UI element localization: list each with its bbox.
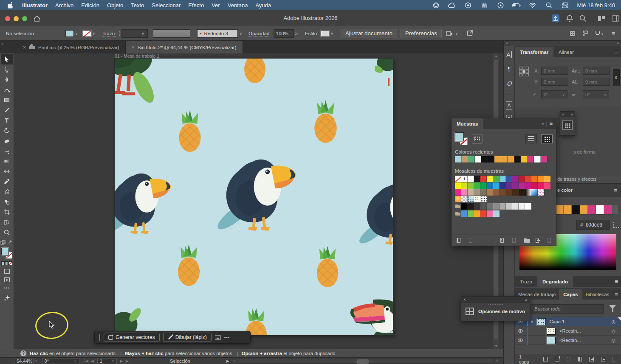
color-guide-menu-icon[interactable]: ≡ (614, 187, 617, 193)
stroke-field-chevron-icon[interactable]: ∨ (140, 31, 146, 36)
fill-stroke-indicator[interactable] (1, 248, 12, 259)
green-bird-graphic-topright[interactable] (375, 59, 393, 81)
swatch[interactable] (487, 182, 493, 189)
docsetup-chevron-icon[interactable]: ∨ (454, 31, 460, 36)
swatch[interactable] (475, 156, 482, 162)
snap-chevron-icon[interactable]: ∨ (600, 31, 605, 36)
color-guide-swatch-row[interactable] (548, 205, 612, 214)
tab-close-icon[interactable]: × (23, 45, 26, 50)
swatch-row[interactable] (455, 210, 553, 217)
swatch[interactable] (521, 156, 528, 162)
battery-icon[interactable] (512, 2, 521, 8)
smart-guides-icon[interactable] (583, 31, 588, 36)
rotate-tool[interactable] (1, 126, 13, 136)
swatch[interactable] (500, 189, 506, 196)
menubar-clock[interactable]: Mié 18 feb 9:40 (577, 2, 615, 8)
new-layer-icon[interactable] (601, 357, 606, 361)
filter-icon[interactable] (609, 305, 616, 309)
menu-ayuda[interactable]: Ayuda (255, 2, 271, 8)
mini-close-icon[interactable]: × (562, 112, 564, 117)
swatch-row[interactable] (455, 203, 553, 210)
blend-tool[interactable] (1, 187, 13, 197)
mini-panel-button[interactable] (562, 120, 573, 130)
layer-thumbnail[interactable] (547, 337, 556, 344)
swatch[interactable] (534, 156, 541, 162)
swatch[interactable] (531, 182, 538, 189)
menu-objeto[interactable]: Objeto (107, 2, 123, 8)
brush-chevron-icon[interactable]: ∨ (238, 31, 243, 36)
swatch[interactable] (494, 156, 501, 162)
stroke-weight-label[interactable]: Trazo: (102, 31, 116, 36)
draw-mode-button[interactable] (4, 269, 10, 274)
generative-tool[interactable] (1, 293, 13, 303)
tab-alinear[interactable]: Alinear (553, 47, 579, 57)
reference-image-icon[interactable] (215, 335, 221, 340)
paintbrush-tool[interactable] (1, 105, 13, 115)
status-tool-name[interactable]: Selección (170, 358, 190, 364)
width-profile-dropdown[interactable] (153, 29, 190, 38)
swatch[interactable] (500, 182, 506, 189)
character-panel-icon[interactable]: A (506, 51, 511, 58)
collapse-left-icon[interactable]: « (506, 41, 508, 45)
layer-name[interactable]: <Rectán... (559, 328, 581, 333)
swatch-libraries-icon[interactable] (457, 238, 460, 243)
pattern-options-collapse-icon[interactable]: » (525, 297, 528, 302)
layer-thumbnail[interactable] (547, 328, 556, 335)
share-icon[interactable] (551, 14, 560, 22)
target-circle-icon[interactable]: ◎ (611, 328, 615, 334)
swatch[interactable] (500, 203, 506, 210)
swatch-row[interactable]: + (455, 176, 553, 182)
width-field[interactable]: 0 mm (583, 67, 610, 75)
swatch[interactable] (500, 176, 506, 182)
swatch[interactable] (493, 210, 500, 217)
toucan-graphic-center[interactable] (212, 154, 299, 232)
color-picker-icon[interactable] (613, 222, 619, 228)
fill-swatch[interactable] (455, 132, 464, 141)
new-color-group-icon[interactable] (524, 238, 527, 243)
swatch[interactable] (468, 182, 474, 189)
swatch[interactable] (493, 203, 500, 210)
swatch[interactable] (461, 203, 468, 210)
swatch[interactable] (541, 156, 548, 162)
status-expand-icon[interactable]: ▶ (226, 359, 229, 363)
swatch[interactable] (455, 210, 461, 217)
swatch[interactable] (480, 182, 487, 189)
menu-app-name[interactable]: Illustrator (22, 2, 48, 8)
swatch-row[interactable] (455, 182, 553, 189)
new-sublayer-icon[interactable] (589, 357, 594, 361)
swatch[interactable] (493, 189, 500, 196)
swatch[interactable] (531, 189, 538, 196)
swatch[interactable] (525, 176, 531, 182)
stroke-down-icon[interactable]: ∨ (119, 34, 121, 36)
swatch[interactable] (455, 182, 461, 189)
canvas-area[interactable]: 01 - Mesa de trabajo 1 ▲ ▼ Gen (14, 53, 500, 349)
swatch[interactable] (474, 196, 480, 202)
next-artboard-icon[interactable]: ▶ (120, 359, 123, 363)
green-bird-graphic-topleft[interactable] (115, 59, 156, 112)
collapse-right-icon[interactable]: » (617, 41, 619, 45)
menu-efecto[interactable]: Efecto (188, 2, 204, 8)
swatch[interactable] (493, 182, 500, 189)
generate-vectors-button[interactable]: Generar vectores (104, 333, 160, 342)
expand-chevron-icon[interactable]: ∨ (531, 319, 533, 324)
hscroll-right-icon[interactable]: > (496, 359, 498, 363)
transform-menu-icon[interactable]: ≡ (615, 49, 618, 55)
layer-name[interactable]: <Rectán... (559, 338, 581, 343)
menu-archivo[interactable]: Archivo (55, 2, 73, 8)
rectangle-tool[interactable] (1, 95, 13, 105)
gradient-menu-icon[interactable]: ≡ (615, 278, 618, 285)
swatch[interactable] (512, 176, 519, 182)
tab-capas[interactable]: Capas (559, 289, 582, 300)
mini-expand-icon[interactable]: » (571, 112, 573, 117)
paragraph-panel-icon[interactable]: ¶ (508, 66, 511, 73)
toucan-graphic-bottomright[interactable] (349, 298, 393, 335)
toucan-graphic-left[interactable] (115, 165, 172, 239)
zoom-level-dropdown[interactable]: 64.44% (14, 358, 34, 364)
document-tab-untitled[interactable]: × Sin título-2* @ 64,44 % (CMYK/Previsua… (126, 41, 243, 53)
x-field[interactable]: 0 mm (541, 67, 568, 75)
hex-value[interactable]: b0dce3 (586, 222, 602, 228)
swatch[interactable] (538, 182, 544, 189)
swatch[interactable] (461, 189, 468, 196)
fill-stroke-mini-indicator[interactable] (455, 132, 468, 145)
document-setup-icon[interactable]: ∨ (446, 31, 460, 36)
